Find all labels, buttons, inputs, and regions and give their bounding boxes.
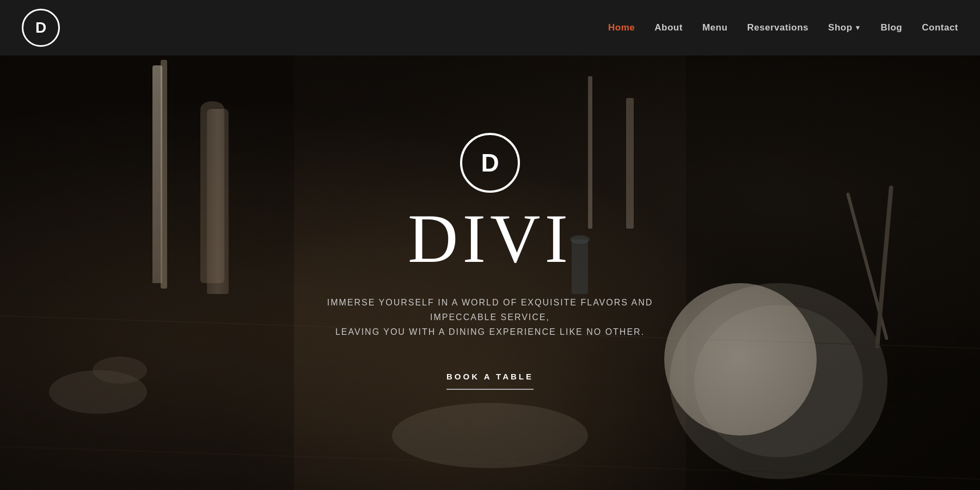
hero-section: D DIVI IMMERSE YOURSELF IN A WORLD OF EX… — [0, 0, 980, 490]
navbar: D Home About Menu Reservations Shop ▼ Bl… — [0, 0, 980, 56]
nav-link-home[interactable]: Home — [608, 22, 635, 33]
shop-chevron-down-icon: ▼ — [855, 24, 861, 32]
nav-logo-letter: D — [35, 19, 46, 36]
nav-item-shop[interactable]: Shop ▼ — [828, 22, 861, 33]
cta-underline — [446, 389, 534, 390]
hero-cta-wrapper[interactable]: BOOK A TABLE — [446, 372, 534, 390]
nav-logo[interactable]: D — [22, 9, 60, 47]
hero-content: D DIVI IMMERSE YOURSELF IN A WORLD OF EX… — [299, 133, 681, 390]
nav-link-blog[interactable]: Blog — [880, 22, 902, 33]
svg-point-15 — [392, 403, 588, 468]
svg-point-4 — [93, 357, 147, 384]
nav-link-shop[interactable]: Shop — [828, 22, 853, 33]
hero-logo-circle: D — [460, 133, 520, 193]
nav-links: Home About Menu Reservations Shop ▼ Blog… — [608, 22, 958, 33]
nav-link-menu[interactable]: Menu — [702, 22, 727, 33]
hero-tagline-line2: LEAVING YOU WITH A DINING EXPERIENCE LIK… — [335, 327, 645, 336]
bottle-decoration — [207, 109, 229, 294]
hero-brand-name: DIVI — [408, 204, 572, 273]
nav-item-about[interactable]: About — [654, 22, 683, 33]
nav-item-menu[interactable]: Menu — [702, 22, 727, 33]
nav-link-contact[interactable]: Contact — [922, 22, 958, 33]
nav-item-reservations[interactable]: Reservations — [747, 22, 808, 33]
hero-logo-letter: D — [481, 148, 499, 177]
nav-item-contact[interactable]: Contact — [922, 22, 958, 33]
candle-decoration — [152, 65, 162, 283]
hero-tagline: IMMERSE YOURSELF IN A WORLD OF EXQUISITE… — [299, 295, 681, 340]
nav-item-home[interactable]: Home — [608, 22, 635, 33]
nav-link-reservations[interactable]: Reservations — [747, 22, 808, 33]
book-table-button[interactable]: BOOK A TABLE — [446, 372, 534, 381]
nav-link-about[interactable]: About — [654, 22, 683, 33]
nav-item-blog[interactable]: Blog — [880, 22, 902, 33]
hero-tagline-line1: IMMERSE YOURSELF IN A WORLD OF EXQUISITE… — [327, 298, 653, 322]
plate-decoration — [664, 283, 817, 436]
